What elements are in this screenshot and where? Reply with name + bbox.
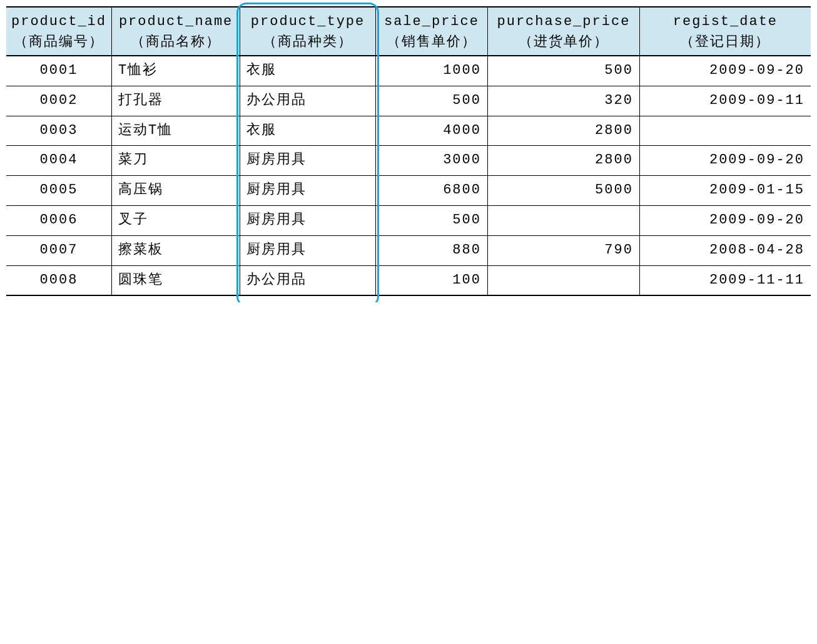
col-header-sub: （进货单价） [493, 32, 634, 53]
cell-sale_price: 500 [375, 86, 487, 116]
cell-product_id: 0001 [6, 56, 112, 86]
cell-purchase_price: 2800 [487, 146, 639, 176]
table-row: 0004菜刀厨房用具300028002009-09-20 [6, 146, 811, 176]
cell-product_type: 衣服 [240, 56, 376, 86]
col-header-product_type: product_type（商品种类） [240, 7, 376, 56]
cell-regist_date: 2009-09-20 [639, 56, 811, 86]
cell-product_type: 衣服 [240, 116, 376, 146]
cell-product_id: 0008 [6, 265, 112, 295]
col-header-label: sale_price [384, 14, 479, 29]
cell-product_type: 厨房用具 [240, 176, 376, 206]
cell-purchase_price: 320 [487, 86, 639, 116]
cell-purchase_price [487, 265, 639, 295]
col-header-product_id: product_id（商品编号） [6, 7, 112, 56]
cell-regist_date: 2009-09-20 [639, 146, 811, 176]
cell-regist_date: 2008-04-28 [639, 235, 811, 265]
cell-product_type: 办公用品 [240, 265, 376, 295]
cell-product_name: 打孔器 [112, 86, 240, 116]
col-header-sub: （商品编号） [11, 32, 106, 53]
cell-product_name: 高压锅 [112, 176, 240, 206]
col-header-label: product_type [251, 14, 365, 29]
cell-sale_price: 3000 [375, 146, 487, 176]
cell-product_type: 厨房用具 [240, 235, 376, 265]
cell-product_id: 0006 [6, 205, 112, 235]
col-header-sub: （商品名称） [117, 32, 235, 53]
cell-product_id: 0004 [6, 146, 112, 176]
cell-regist_date: 2009-09-20 [639, 205, 811, 235]
col-header-label: product_id [11, 14, 106, 29]
cell-product_type: 办公用品 [240, 86, 376, 116]
cell-product_id: 0003 [6, 116, 112, 146]
cell-purchase_price [487, 205, 639, 235]
cell-product_type: 厨房用具 [240, 146, 376, 176]
table-row: 0001T恤衫衣服10005002009-09-20 [6, 56, 811, 86]
table-row: 0002打孔器办公用品5003202009-09-11 [6, 86, 811, 116]
cell-sale_price: 100 [375, 265, 487, 295]
cell-regist_date: 2009-11-11 [639, 265, 811, 295]
col-header-sub: （销售单价） [381, 32, 482, 53]
table-row: 0008圆珠笔办公用品1002009-11-11 [6, 265, 811, 295]
col-header-product_name: product_name（商品名称） [112, 7, 240, 56]
cell-purchase_price: 5000 [487, 176, 639, 206]
table-row: 0007擦菜板厨房用具8807902008-04-28 [6, 235, 811, 265]
cell-product_name: 圆珠笔 [112, 265, 240, 295]
cell-product_name: 擦菜板 [112, 235, 240, 265]
cell-regist_date [639, 116, 811, 146]
col-header-sub: （登记日期） [645, 32, 806, 53]
cell-purchase_price: 790 [487, 235, 639, 265]
cell-purchase_price: 500 [487, 56, 639, 86]
cell-sale_price: 500 [375, 205, 487, 235]
cell-product_id: 0002 [6, 86, 112, 116]
cell-purchase_price: 2800 [487, 116, 639, 146]
cell-sale_price: 6800 [375, 176, 487, 206]
table-header-row: product_id（商品编号）product_name（商品名称）produc… [6, 7, 811, 56]
cell-product_id: 0007 [6, 235, 112, 265]
col-header-regist_date: regist_date（登记日期） [639, 7, 811, 56]
cell-product_name: 运动T恤 [112, 116, 240, 146]
col-header-label: purchase_price [497, 14, 631, 29]
cell-regist_date: 2009-01-15 [639, 176, 811, 206]
cell-product_id: 0005 [6, 176, 112, 206]
cell-sale_price: 1000 [375, 56, 487, 86]
col-header-label: regist_date [673, 14, 778, 29]
cell-sale_price: 880 [375, 235, 487, 265]
cell-sale_price: 4000 [375, 116, 487, 146]
table-row: 0006叉子厨房用具5002009-09-20 [6, 205, 811, 235]
cell-regist_date: 2009-09-11 [639, 86, 811, 116]
cell-product_name: 叉子 [112, 205, 240, 235]
cell-product_name: T恤衫 [112, 56, 240, 86]
col-header-sub: （商品种类） [245, 32, 370, 53]
cell-product_name: 菜刀 [112, 146, 240, 176]
table-row: 0005高压锅厨房用具680050002009-01-15 [6, 176, 811, 206]
col-header-purchase_price: purchase_price（进货单价） [487, 7, 639, 56]
col-header-sale_price: sale_price（销售单价） [375, 7, 487, 56]
col-header-label: product_name [119, 14, 233, 29]
cell-product_type: 厨房用具 [240, 205, 376, 235]
table-row: 0003运动T恤衣服40002800 [6, 116, 811, 146]
product-table: product_id（商品编号）product_name（商品名称）produc… [6, 6, 811, 296]
